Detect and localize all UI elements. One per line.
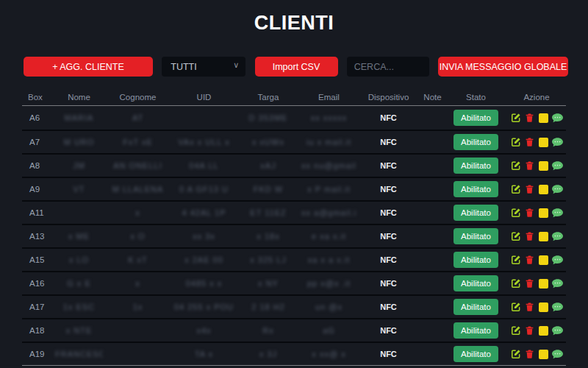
message-button[interactable] — [552, 255, 563, 266]
edit-button[interactable] — [510, 325, 521, 336]
trash-icon — [525, 113, 534, 123]
table-row: xxx xxx xxxx xxx xxxx NFC Abilitato — [22, 365, 566, 368]
delete-button[interactable] — [524, 184, 535, 195]
trash-icon — [525, 160, 534, 171]
message-button[interactable] — [552, 184, 563, 195]
column-header-note: Note — [420, 93, 445, 102]
parking-button[interactable] — [538, 349, 549, 360]
parking-button[interactable] — [538, 302, 549, 313]
message-button[interactable] — [552, 349, 563, 360]
parking-icon — [539, 279, 548, 289]
parking-button[interactable] — [538, 184, 549, 195]
chat-icon — [552, 161, 563, 171]
message-button[interactable] — [552, 231, 563, 242]
cell-uid: x 2AE 00 — [173, 255, 235, 264]
parking-button[interactable] — [538, 231, 549, 242]
trash-icon — [525, 231, 534, 241]
message-button[interactable] — [552, 325, 563, 336]
add-client-button[interactable]: + AGG. CLIENTE — [24, 57, 153, 77]
edit-button[interactable] — [510, 278, 521, 289]
status-button[interactable]: Abilitato — [453, 346, 498, 362]
message-button[interactable] — [552, 208, 563, 219]
parking-button[interactable] — [538, 325, 549, 336]
cell-uid: x4x — [173, 326, 235, 335]
edit-button[interactable] — [510, 349, 521, 360]
parking-icon — [539, 232, 548, 241]
edit-button[interactable] — [510, 208, 521, 219]
parking-button[interactable] — [538, 160, 549, 171]
edit-button[interactable] — [510, 231, 521, 242]
delete-button[interactable] — [524, 349, 535, 360]
edit-button[interactable] — [510, 302, 521, 313]
table-body: A6 MARIA AT D 353ME xx xxxxx NFC Abilita… — [22, 106, 566, 368]
trash-icon — [525, 302, 534, 312]
filter-select[interactable]: TUTTI ∨ — [162, 57, 245, 77]
cell-dispositivo: NFC — [356, 255, 420, 264]
trash-icon — [525, 325, 534, 336]
parking-button[interactable] — [538, 137, 549, 148]
parking-button[interactable] — [538, 278, 549, 289]
edit-button[interactable] — [510, 255, 521, 266]
column-header-nome: Nome — [55, 93, 103, 102]
delete-button[interactable] — [524, 302, 535, 313]
cell-targa: x 3J — [235, 350, 301, 358]
cell-targa: D 353ME — [235, 113, 301, 122]
status-button[interactable]: Abilitato — [453, 181, 498, 197]
delete-button[interactable] — [524, 255, 535, 266]
message-button[interactable] — [552, 278, 563, 289]
cell-email: xx nu@gmail.it — [301, 161, 356, 170]
chat-icon — [552, 302, 563, 312]
message-button[interactable] — [552, 160, 563, 171]
cell-cognome: x O — [103, 232, 173, 241]
send-global-message-button[interactable]: INVIA MESSAGGIO GLOBALE — [438, 57, 568, 77]
delete-button[interactable] — [524, 208, 535, 219]
parking-button[interactable] — [538, 208, 549, 219]
cell-box: A11 — [22, 208, 55, 217]
delete-button[interactable] — [524, 278, 535, 289]
cell-dispositivo: NFC — [356, 185, 420, 194]
message-button[interactable] — [552, 137, 563, 148]
import-csv-button[interactable]: Import CSV — [255, 57, 338, 77]
parking-icon — [539, 113, 548, 123]
parking-button[interactable] — [538, 113, 549, 124]
status-button[interactable]: Abilitato — [453, 134, 498, 150]
status-button[interactable]: Abilitato — [453, 275, 498, 291]
parking-icon — [539, 255, 548, 265]
cell-stato: Abilitato — [445, 158, 507, 174]
status-button[interactable]: Abilitato — [453, 228, 498, 244]
cell-stato: Abilitato — [445, 181, 507, 197]
edit-button[interactable] — [510, 113, 521, 124]
message-button[interactable] — [552, 113, 563, 124]
edit-button[interactable] — [510, 137, 521, 148]
cell-nome: JM — [55, 161, 103, 170]
column-header-azione: Azione — [507, 93, 566, 102]
edit-button[interactable] — [510, 160, 521, 171]
search-input[interactable] — [347, 57, 429, 77]
message-button[interactable] — [552, 302, 563, 313]
status-button[interactable]: Abilitato — [453, 110, 498, 126]
parking-button[interactable] — [538, 255, 549, 266]
cell-dispositivo: NFC — [356, 326, 420, 335]
table-row: A15 x LO K xT x 2AE 00 x 325 LJ xa x a x… — [22, 247, 566, 271]
column-header-uid: UID — [173, 93, 235, 102]
delete-button[interactable] — [524, 231, 535, 242]
status-button[interactable]: Abilitato — [453, 252, 498, 268]
status-button[interactable]: Abilitato — [453, 205, 498, 221]
cell-box: A18 — [22, 326, 55, 335]
status-button[interactable]: Abilitato — [453, 322, 498, 339]
delete-button[interactable] — [524, 160, 535, 171]
delete-button[interactable] — [524, 113, 535, 124]
column-header-box: Box — [22, 93, 55, 102]
status-button[interactable]: Abilitato — [453, 299, 498, 315]
delete-button[interactable] — [524, 325, 535, 336]
table-row: A8 JM AN ONELLI 04A LL xAJ xx nu@gmail.i… — [22, 153, 566, 177]
edit-button[interactable] — [510, 184, 521, 195]
chat-icon — [552, 326, 563, 336]
status-button[interactable]: Abilitato — [453, 158, 498, 174]
cell-email: xx xxxxx — [301, 113, 356, 122]
cell-email: x P mail.it — [301, 185, 356, 194]
cell-targa: x NY — [235, 279, 301, 288]
delete-button[interactable] — [524, 137, 535, 148]
cell-uid: VAx x ULL x — [173, 138, 235, 146]
edit-icon — [511, 160, 521, 171]
